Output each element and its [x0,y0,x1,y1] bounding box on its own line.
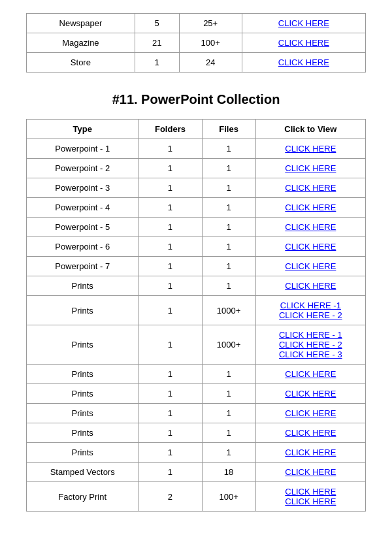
main-table-row: Prints11CLICK HERE [27,384,366,404]
main-click-link[interactable]: CLICK HERE - 1 [263,330,359,340]
main-table-row: Prints11CLICK HERE [27,423,366,443]
main-table-row: Powerpoint - 711CLICK HERE [27,257,366,276]
main-click-link[interactable]: CLICK HERE - 2 [263,340,359,350]
main-click-link[interactable]: CLICK HERE [263,222,359,232]
main-click-link[interactable]: CLICK HERE [263,203,359,212]
main-links-cell[interactable]: CLICK HERE -1CLICK HERE - 2 [255,296,365,325]
main-type-cell: Powerpoint - 2 [27,159,139,178]
top-link-cell[interactable]: CLICK HERE [242,14,365,33]
main-type-cell: Powerpoint - 3 [27,178,139,198]
main-folders-cell: 1 [139,159,202,178]
top-click-link[interactable]: CLICK HERE [249,38,359,48]
main-table-row: Powerpoint - 311CLICK HERE [27,178,366,198]
main-click-link[interactable]: CLICK HERE [263,163,359,173]
main-click-link[interactable]: CLICK HERE [263,183,359,193]
main-folders-cell: 1 [139,257,202,276]
main-click-link[interactable]: CLICK HERE [263,428,359,438]
main-click-link[interactable]: CLICK HERE [263,448,359,457]
main-click-link[interactable]: CLICK HERE [263,408,359,418]
main-files-cell: 1000+ [202,296,255,325]
top-folders-cell: 21 [135,33,179,53]
main-files-cell: 1 [202,218,255,237]
top-type-cell: Magazine [27,33,135,53]
main-type-cell: Prints [27,296,139,325]
top-table-row: Magazine 21 100+ CLICK HERE [27,33,366,53]
main-folders-cell: 1 [139,178,202,198]
main-table-row: Powerpoint - 411CLICK HERE [27,198,366,218]
main-folders-cell: 1 [139,237,202,257]
top-click-link[interactable]: CLICK HERE [249,18,359,28]
main-table-row: Powerpoint - 111CLICK HERE [27,139,366,159]
main-links-cell[interactable]: CLICK HERECLICK HERE [255,482,365,512]
top-table-row: Store 1 24 CLICK HERE [27,53,366,73]
main-folders-cell: 1 [139,139,202,159]
main-type-cell: Stamped Vectors [27,463,139,482]
main-type-cell: Prints [27,365,139,384]
main-click-link[interactable]: CLICK HERE [263,487,359,497]
top-click-link[interactable]: CLICK HERE [249,57,359,67]
main-links-cell[interactable]: CLICK HERE [255,237,365,257]
main-click-link[interactable]: CLICK HERE [263,369,359,379]
top-table-section: Newspaper 5 25+ CLICK HERE Magazine 21 1… [26,13,366,73]
main-links-cell[interactable]: CLICK HERE [255,178,365,198]
main-files-cell: 1 [202,276,255,296]
main-type-cell: Prints [27,404,139,423]
main-folders-cell: 1 [139,423,202,443]
main-click-link[interactable]: CLICK HERE - 2 [263,310,359,320]
main-links-cell[interactable]: CLICK HERE [255,218,365,237]
main-files-cell: 1 [202,257,255,276]
main-table-row: Factory Print2100+CLICK HERECLICK HERE [27,482,366,512]
main-table: TypeFoldersFilesClick to View Powerpoint… [26,119,366,512]
main-table-row: Powerpoint - 211CLICK HERE [27,159,366,178]
main-click-link[interactable]: CLICK HERE [263,497,359,506]
top-table-row: Newspaper 5 25+ CLICK HERE [27,14,366,33]
top-link-cell[interactable]: CLICK HERE [242,53,365,73]
top-link-cell[interactable]: CLICK HERE [242,33,365,53]
main-type-cell: Prints [27,443,139,463]
main-links-cell[interactable]: CLICK HERE [255,159,365,178]
main-click-link[interactable]: CLICK HERE [263,389,359,399]
main-links-cell[interactable]: CLICK HERE [255,198,365,218]
top-files-cell: 100+ [179,33,242,53]
main-links-cell[interactable]: CLICK HERE [255,384,365,404]
main-files-cell: 1 [202,404,255,423]
main-click-link[interactable]: CLICK HERE [263,261,359,271]
main-links-cell[interactable]: CLICK HERE [255,139,365,159]
main-links-cell[interactable]: CLICK HERE [255,257,365,276]
main-type-cell: Powerpoint - 5 [27,218,139,237]
top-folders-cell: 1 [135,53,179,73]
main-links-cell[interactable]: CLICK HERE [255,365,365,384]
main-folders-cell: 2 [139,482,202,512]
main-folders-cell: 1 [139,404,202,423]
top-files-cell: 24 [179,53,242,73]
main-click-link[interactable]: CLICK HERE [263,144,359,154]
main-type-cell: Powerpoint - 1 [27,139,139,159]
main-click-link[interactable]: CLICK HERE [263,281,359,291]
main-click-link[interactable]: CLICK HERE - 3 [263,350,359,359]
main-table-row: Prints11CLICK HERE [27,443,366,463]
main-folders-cell: 1 [139,198,202,218]
main-folders-cell: 1 [139,443,202,463]
main-files-cell: 1 [202,365,255,384]
main-links-cell[interactable]: CLICK HERE [255,276,365,296]
main-links-cell[interactable]: CLICK HERE [255,443,365,463]
main-click-link[interactable]: CLICK HERE [263,242,359,252]
main-links-cell[interactable]: CLICK HERE [255,404,365,423]
main-table-row: Stamped Vectors118CLICK HERE [27,463,366,482]
main-type-cell: Powerpoint - 4 [27,198,139,218]
main-files-cell: 18 [202,463,255,482]
main-type-cell: Prints [27,384,139,404]
main-links-cell[interactable]: CLICK HERE - 1CLICK HERE - 2CLICK HERE -… [255,325,365,365]
main-click-link[interactable]: CLICK HERE -1 [263,301,359,310]
main-files-cell: 1 [202,237,255,257]
main-table-row: Prints11CLICK HERE [27,404,366,423]
main-table-row: Powerpoint - 511CLICK HERE [27,218,366,237]
main-click-link[interactable]: CLICK HERE [263,467,359,477]
main-links-cell[interactable]: CLICK HERE [255,423,365,443]
main-links-cell[interactable]: CLICK HERE [255,463,365,482]
main-folders-cell: 1 [139,384,202,404]
main-files-cell: 1 [202,443,255,463]
main-type-cell: Prints [27,325,139,365]
main-table-header: Folders [139,120,202,139]
main-table-row: Powerpoint - 611CLICK HERE [27,237,366,257]
